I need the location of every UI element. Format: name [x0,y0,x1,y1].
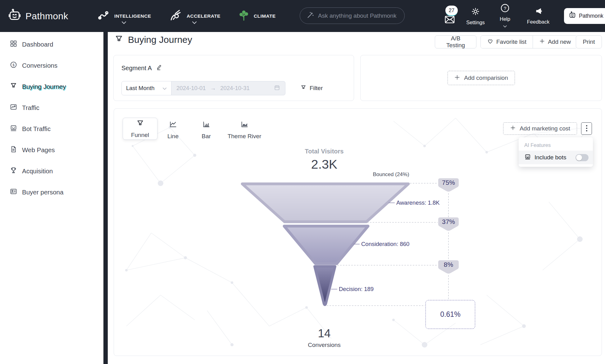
bot-face-icon [10,124,17,134]
bounced-label: Bounced (24%) [360,171,422,178]
sidebar-item-conversions[interactable]: $ Conversions [0,55,103,76]
chevron-down-icon [503,23,507,29]
ab-testing-button[interactable]: A/B Testing [435,35,476,48]
ai-features-header: AI Features [519,139,593,151]
sidebar-item-traffic[interactable]: Traffic [0,97,103,118]
add-new-button[interactable]: Add new [533,36,577,48]
sidebar-item-label: Buying Journey [22,83,66,90]
gear-icon [471,7,480,18]
toggle-knob [576,155,582,161]
favorite-addnew-group: Favorite list Add new [480,35,577,48]
nav-menu-accelerate[interactable]: ACCELERATE [169,0,221,32]
favorite-list-button[interactable]: Favorite list [481,36,533,48]
print-button[interactable]: Print [576,35,602,48]
trophy-icon [10,166,17,176]
nav-menu-label: ACCELERATE [187,13,221,19]
sidebar-item-dashboard[interactable]: Dashboard [0,34,103,55]
line-chart-icon [169,121,177,130]
print-label: Print [583,39,595,45]
sidebar-item-buying-journey[interactable]: Buying Journey [0,76,103,97]
notifications-button[interactable]: 27 [440,0,460,32]
sidebar-item-bot-traffic[interactable]: Bot Traffic [0,118,103,139]
sidebar-item-buyer-persona[interactable]: Buyer persona [0,182,103,203]
page-title-text: Buying Journey [128,34,192,45]
account-pathmonk-button[interactable]: Pathmonk [564,8,605,24]
add-marketing-cost-label: Add marketing cost [520,125,570,132]
percent-badge-decision: 8% [438,261,459,268]
sidebar: Dashboard $ Conversions Buying Journey T… [0,32,103,364]
sidebar-item-label: Traffic [22,104,39,111]
calendar-icon [274,84,280,92]
feedback-button[interactable]: Feedback [523,0,554,32]
sidebar-item-label: Conversions [22,62,57,69]
sidebar-item-web-pages[interactable]: Web Pages [0,139,103,161]
brand-name: Pathmonk [25,11,68,21]
svg-text:?: ? [504,6,507,11]
nav-menu-climate[interactable]: CLIMATE [238,0,276,32]
funnel-chart-icon [136,119,144,129]
intelligence-icon [97,9,111,23]
ask-anything-input[interactable] [318,12,398,19]
brand-logo[interactable]: Pathmonk [7,0,68,32]
conversions-value: 14 [293,327,355,340]
tab-label: Bar [202,133,211,140]
bar-chart-icon [202,121,211,130]
date-range-input[interactable]: 2024-10-01 → 2024-10-31 [171,81,285,95]
include-bots-item[interactable]: Include bots [519,151,593,164]
document-icon [10,145,17,155]
chevron-down-icon [192,20,197,25]
total-visitors-label: Total Visitors [293,148,355,155]
segment-name: Segment A [121,65,152,72]
comparison-card: Add comparision [360,55,602,101]
total-visitors-value: 2.3K [293,157,355,172]
robot-logo-icon [7,8,22,24]
conversion-rate-box: 0.61% [425,300,475,329]
tab-label: Line [167,133,179,140]
date-end: 2024-10-31 [220,85,250,92]
tab-bar[interactable]: Bar [195,121,217,140]
page-title: Buying Journey [114,34,192,45]
add-comparison-label: Add comparision [464,75,508,81]
filter-button[interactable]: Filter [300,84,323,92]
help-icon: ? [500,3,510,14]
sidebar-item-label: Bot Traffic [22,125,51,133]
include-bots-label: Include bots [534,154,566,161]
funnel-chart-card: Funnel Line [114,108,602,356]
settings-button[interactable]: Settings [465,0,486,32]
percent-badge-awareness: 75% [438,179,459,186]
conversions-label: Conversions [293,342,355,348]
robot-icon [568,11,576,21]
edit-pencil-icon[interactable] [156,64,162,72]
climate-icon [238,9,250,23]
segment-controls: Last Month 2024-10-01 → 2024-10-31 [121,81,323,95]
more-options-button[interactable] [581,122,592,135]
accelerate-icon [169,9,183,23]
sidebar-item-label: Buyer persona [22,189,63,196]
tab-label: Theme River [228,133,262,140]
segment-card: Segment A Last Month 2024-10-01 → 2024-1… [113,55,354,101]
feedback-label: Feedback [527,19,549,25]
sidebar-item-label: Acquisition [22,167,53,175]
page-header: Buying Journey A/B Testing Favorite list… [114,34,603,51]
nav-menu-intelligence[interactable]: INTELLIGENCE [97,0,151,32]
top-navbar: Pathmonk INTELLIGENCE ACCELERATE [0,0,605,32]
filter-funnel-icon [300,84,307,92]
tab-line[interactable]: Line [162,121,184,140]
sidebar-divider [103,32,108,364]
settings-label: Settings [466,20,485,25]
tab-theme-river[interactable]: Theme River [223,121,266,140]
ask-search-box[interactable] [300,7,405,24]
sidebar-item-label: Web Pages [22,146,55,154]
funnel-icon [10,82,17,91]
id-card-icon [10,188,17,197]
add-comparison-button[interactable]: Add comparision [448,71,515,85]
chart-box-icon [10,103,17,112]
add-marketing-cost-button[interactable]: Add marketing cost [503,122,577,135]
tab-funnel[interactable]: Funnel [123,118,157,140]
help-button[interactable]: ? Help [496,0,514,32]
date-range-select[interactable]: Last Month [121,81,171,95]
add-new-label: Add new [548,39,571,45]
stage-label-consideration: Consideration: 860 [361,241,409,248]
sidebar-item-acquisition[interactable]: Acquisition [0,161,103,182]
include-bots-toggle[interactable] [575,154,589,161]
